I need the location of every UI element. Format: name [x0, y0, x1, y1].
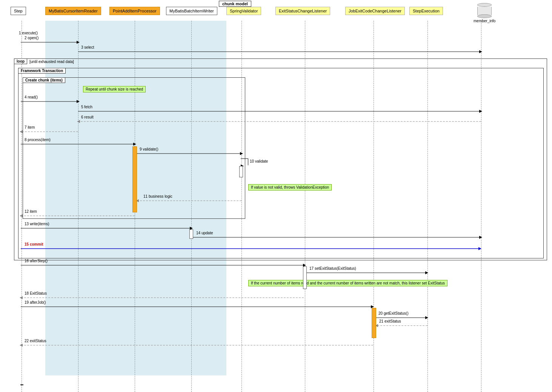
note-validation: If value is not valid, throws Validation… [248, 184, 332, 191]
arrow-12 [21, 213, 138, 219]
arrow-22 [21, 343, 375, 348]
sequence-diagram: chunk model member_info Step MyBatisCurs… [0, 0, 552, 392]
arrow-9 [137, 151, 244, 157]
svg-marker-1 [77, 41, 80, 44]
svg-marker-7 [479, 110, 482, 113]
arrow-7 [21, 129, 81, 135]
svg-marker-15 [240, 152, 243, 155]
svg-marker-24 [479, 236, 482, 239]
arrow-13 [21, 226, 194, 231]
validator-lifeline-line [241, 21, 242, 392]
loop-frame-label: loop [14, 58, 27, 64]
arrow-6 [78, 119, 484, 125]
writer-activation [189, 229, 193, 239]
reader-lifeline: MyBatisCursorItemReader [45, 7, 101, 15]
exit-listener-lifeline-line [305, 21, 305, 392]
arrow-3 [78, 49, 484, 55]
validator-lifeline: SpringValidator [226, 7, 261, 15]
exit-listener-lifeline: ExitStatusChangeListener [275, 7, 330, 15]
exit-listener-activation [303, 266, 307, 289]
arrow-8 [21, 141, 138, 147]
arrow-2 [21, 40, 81, 45]
processor-activation [132, 146, 137, 212]
job-listener-activation [372, 308, 376, 338]
svg-marker-30 [425, 271, 428, 274]
svg-marker-32 [20, 296, 23, 299]
svg-marker-13 [133, 143, 136, 146]
job-listener-lifeline: JobExitCodeChangeListener [345, 7, 405, 15]
arrow-5 [78, 109, 484, 114]
writer-lifeline-line [191, 21, 192, 392]
seq1-label: 1 execute() [19, 31, 38, 35]
validator-activation [239, 166, 243, 177]
svg-marker-26 [478, 247, 481, 250]
arrow-18 [21, 295, 306, 301]
svg-marker-11 [20, 130, 23, 133]
db-lifeline-line [481, 21, 481, 392]
arrow-17 [307, 270, 430, 276]
arrow-20 [376, 315, 430, 321]
writer-lifeline: MyBatisBatchItemWriter [166, 7, 217, 15]
arrow-11 [137, 198, 244, 204]
step-lifeline-line [22, 21, 22, 392]
arrow-4 [21, 99, 81, 105]
svg-marker-36 [425, 316, 428, 319]
svg-marker-5 [77, 100, 80, 103]
arrow-21 [376, 323, 430, 329]
svg-marker-40 [20, 344, 23, 347]
step-exec-lifeline: StepExecution [409, 7, 443, 15]
arrow-14 [193, 235, 484, 240]
diagram-title: chunk model [219, 1, 251, 7]
step-lifeline: Step [11, 7, 26, 15]
arrow-15 [21, 246, 483, 252]
step-lifeline-end [20, 384, 23, 385]
db-lifeline: member_info [474, 3, 495, 23]
arrow-16 [21, 263, 308, 268]
note-repeat: Repeat until chunk size is reached [83, 86, 146, 92]
reader-lifeline-line [78, 21, 78, 392]
arrow-19 [21, 304, 375, 310]
svg-marker-3 [479, 50, 482, 53]
step-exec-lifeline-line [427, 21, 428, 392]
processor-lifeline: PointAddItemProcessor [109, 7, 160, 15]
note-exit-status: If the current number of items read and … [248, 280, 447, 286]
seq10-label: 10 validate [250, 159, 268, 163]
svg-marker-20 [20, 214, 23, 217]
